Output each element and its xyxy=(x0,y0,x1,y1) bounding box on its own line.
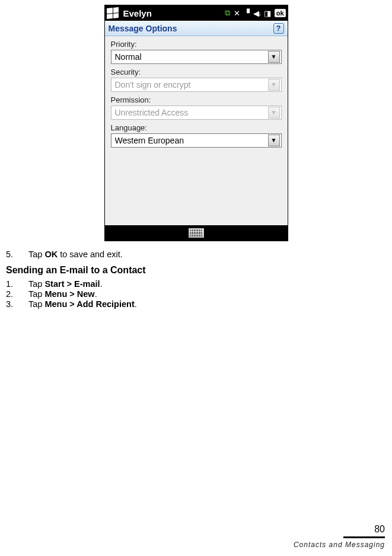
status-bar: Evelyn ⧉ ✕ ▝ ◀ᵢ ◨ ok xyxy=(105,5,288,21)
security-value: Don't sign or encrypt xyxy=(115,80,268,90)
previous-step: 5. Tap OK to save and exit. xyxy=(6,250,386,259)
permission-select: Unrestricted Access ▼ xyxy=(111,106,282,120)
footer-divider xyxy=(343,536,385,538)
window-titlebar: Message Options ? xyxy=(105,21,288,36)
start-icon[interactable] xyxy=(107,7,119,19)
connectivity-icon: ⧉ xyxy=(225,8,230,18)
battery-icon: ◨ xyxy=(264,9,271,18)
language-value: Western European xyxy=(115,136,268,145)
steps-list: 1. Tap Start > E-mail. 2. Tap Menu > New… xyxy=(6,279,386,309)
step-number: 1. xyxy=(6,279,28,289)
step-item: 2. Tap Menu > New. xyxy=(6,289,386,299)
priority-field: Priority: Normal ▼ xyxy=(111,40,282,64)
permission-field: Permission: Unrestricted Access ▼ xyxy=(111,95,282,120)
signal-icon: ▝ xyxy=(244,9,250,18)
priority-select[interactable]: Normal ▼ xyxy=(111,50,282,64)
security-label: Security: xyxy=(111,68,282,76)
step-text: Tap OK to save and exit. xyxy=(28,250,123,259)
step-number: 3. xyxy=(6,299,28,309)
status-icons: ⧉ ✕ ▝ ◀ᵢ ◨ ok xyxy=(225,8,286,18)
keyboard-icon[interactable] xyxy=(189,228,204,238)
priority-value: Normal xyxy=(115,52,268,62)
sync-icon: ✕ xyxy=(234,9,240,18)
language-field: Language: Western European ▼ xyxy=(111,123,282,148)
priority-label: Priority: xyxy=(111,40,282,49)
step-item: 1. Tap Start > E-mail. xyxy=(6,279,386,289)
section-heading: Sending an E-mail to a Contact xyxy=(6,265,386,276)
form-area: Priority: Normal ▼ Security: Don't sign … xyxy=(105,36,288,225)
chevron-down-icon[interactable]: ▼ xyxy=(268,51,280,63)
page-number: 80 xyxy=(294,524,385,536)
help-button[interactable]: ? xyxy=(273,23,284,34)
language-select[interactable]: Western European ▼ xyxy=(111,133,282,148)
permission-value: Unrestricted Access xyxy=(115,108,268,117)
status-title: Evelyn xyxy=(123,8,152,18)
chevron-down-icon[interactable]: ▼ xyxy=(268,135,280,146)
device-screenshot: Evelyn ⧉ ✕ ▝ ◀ᵢ ◨ ok Message Options ? P… xyxy=(104,5,288,241)
permission-label: Permission: xyxy=(111,95,282,104)
step-text: Tap Menu > New. xyxy=(28,289,97,299)
security-field: Security: Don't sign or encrypt ▼ xyxy=(111,68,282,92)
page-footer: 80 Contacts and Messaging xyxy=(294,524,385,549)
step-number: 2. xyxy=(6,289,28,299)
window-title: Message Options xyxy=(109,24,273,33)
bottom-bar xyxy=(105,225,288,241)
step-text: Tap Start > E-mail. xyxy=(28,279,103,289)
step-number: 5. xyxy=(6,250,28,259)
step-item: 5. Tap OK to save and exit. xyxy=(6,250,386,259)
language-label: Language: xyxy=(111,123,282,132)
volume-icon: ◀ᵢ xyxy=(253,9,260,18)
security-select: Don't sign or encrypt ▼ xyxy=(111,78,282,92)
step-text: Tap Menu > Add Recipient. xyxy=(28,299,137,309)
step-item: 3. Tap Menu > Add Recipient. xyxy=(6,299,386,309)
chevron-down-icon: ▼ xyxy=(268,107,280,119)
ok-button[interactable]: ok xyxy=(275,9,286,17)
chevron-down-icon: ▼ xyxy=(268,79,280,91)
footer-section-label: Contacts and Messaging xyxy=(294,541,385,549)
